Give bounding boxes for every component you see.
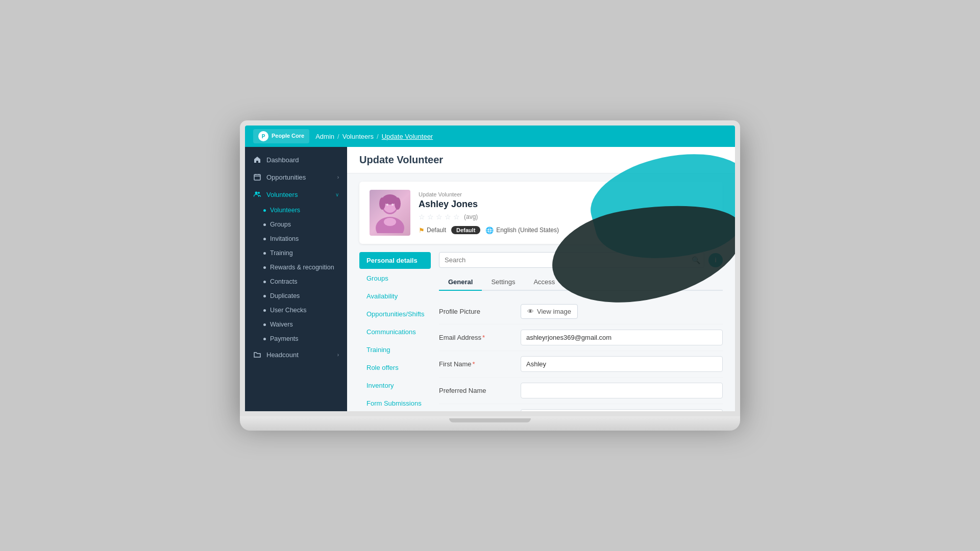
email-value <box>521 330 723 345</box>
sub-payments-label: Payments <box>270 335 299 342</box>
breadcrumb: Admin / Volunteers / Update Volunteer <box>315 133 433 140</box>
sidebar-sub-training[interactable]: Training <box>245 246 347 260</box>
sub-dot <box>263 209 266 212</box>
volunteer-subtitle: Update Volunteer <box>419 191 713 197</box>
flag-label: Default <box>427 227 446 234</box>
tab-access[interactable]: Access <box>524 274 564 291</box>
panel-tab-role-offers[interactable]: Role offers <box>359 359 431 376</box>
volunteers-arrow-icon: ∨ <box>335 192 339 197</box>
breadcrumb-update-volunteer[interactable]: Update Volunteer <box>382 133 433 140</box>
sidebar-item-dashboard[interactable]: Dashboard <box>245 151 347 168</box>
tag-lang: 🌐 English (United States) <box>485 227 559 234</box>
sub-volunteers-label: Volunteers <box>270 207 300 214</box>
headcount-arrow-icon: › <box>337 352 339 358</box>
left-panel: Personal details Groups Availability Opp… <box>359 252 431 411</box>
sub-training-label: Training <box>270 249 293 257</box>
logo-area: P People Core <box>253 129 309 143</box>
content-layout: Personal details Groups Availability Opp… <box>359 252 723 411</box>
volunteer-avatar <box>370 190 410 236</box>
sidebar-sub-payments[interactable]: Payments <box>245 332 347 346</box>
breadcrumb-sep-2: / <box>377 133 379 140</box>
email-required: * <box>482 334 485 341</box>
field-email-address: Email Address* <box>439 324 723 351</box>
tag-badge-dark: Default <box>451 226 480 234</box>
panel-tab-personal-details[interactable]: Personal details <box>359 252 431 269</box>
sidebar-volunteers-label: Volunteers <box>266 191 330 198</box>
field-preferred-name: Preferred Name <box>439 378 723 404</box>
logo-text: People Core <box>272 133 304 139</box>
star-1: ☆ <box>419 213 425 221</box>
sub-groups-label: Groups <box>270 221 291 228</box>
flag-icon: ⚑ <box>419 227 425 234</box>
volunteer-info: Update Volunteer Ashley Jones ☆ ☆ ☆ ☆ ☆ … <box>419 191 713 234</box>
avatar-placeholder <box>370 190 410 236</box>
view-image-label: View image <box>537 308 571 315</box>
sidebar-item-headcount[interactable]: Headcount › <box>245 346 347 363</box>
sidebar-sub-invitations[interactable]: Invitations <box>245 232 347 246</box>
info-icon-label: i <box>715 256 717 264</box>
sub-dot <box>263 238 266 240</box>
sub-user-checks-label: User Checks <box>270 307 307 314</box>
profile-picture-value: 👁 View image <box>521 304 723 319</box>
search-bar: 🔍 i <box>439 252 723 268</box>
info-icon[interactable]: i <box>708 253 723 267</box>
page-header: Update Volunteer <box>347 147 735 173</box>
svg-point-4 <box>255 192 258 194</box>
middle-name-value <box>521 409 723 411</box>
right-panel: 🔍 i General Settings <box>439 252 723 411</box>
sidebar-sub-waivers[interactable]: Waivers <box>245 317 347 332</box>
sub-contracts-label: Contracts <box>270 278 298 285</box>
volunteer-card: Update Volunteer Ashley Jones ☆ ☆ ☆ ☆ ☆ … <box>359 182 723 244</box>
sub-dot <box>263 266 266 269</box>
panel-tab-communications[interactable]: Communications <box>359 323 431 340</box>
panel-tab-groups[interactable]: Groups <box>359 270 431 287</box>
sidebar-item-volunteers[interactable]: Volunteers ∨ <box>245 186 347 203</box>
search-input[interactable] <box>439 252 704 268</box>
svg-point-13 <box>391 204 394 206</box>
first-name-label: First Name* <box>439 360 521 368</box>
field-first-name: First Name* <box>439 351 723 378</box>
sidebar-sub-rewards[interactable]: Rewards & recognition <box>245 260 347 274</box>
sub-dot <box>263 252 266 255</box>
middle-name-input[interactable] <box>521 409 723 411</box>
sub-dot <box>263 323 266 326</box>
search-icon[interactable]: 🔍 <box>692 256 700 264</box>
sidebar-sub-duplicates[interactable]: Duplicates <box>245 289 347 303</box>
sub-invitations-label: Invitations <box>270 235 299 242</box>
preferred-name-value <box>521 383 723 398</box>
panel-tab-inventory[interactable]: Inventory <box>359 377 431 394</box>
sidebar-sub-contracts[interactable]: Contracts <box>245 274 347 289</box>
sidebar-sub-user-checks[interactable]: User Checks <box>245 303 347 317</box>
opportunities-arrow-icon: › <box>337 174 339 180</box>
volunteer-name: Ashley Jones <box>419 199 713 210</box>
laptop-screen: P People Core Admin / Volunteers / Updat… <box>240 120 740 416</box>
panel-tab-form-submissions[interactable]: Form Submissions <box>359 395 431 411</box>
tab-settings[interactable]: Settings <box>482 274 524 291</box>
star-2: ☆ <box>427 213 434 221</box>
field-middle-name: Middle Name <box>439 404 723 411</box>
email-label: Email Address* <box>439 334 521 341</box>
profile-picture-label: Profile Picture <box>439 308 521 315</box>
globe-icon: 🌐 <box>485 227 494 234</box>
page-title: Update Volunteer <box>359 154 723 166</box>
panel-tab-opportunities-shifts[interactable]: Opportunities/Shifts <box>359 306 431 322</box>
star-3: ☆ <box>436 213 443 221</box>
preferred-name-input[interactable] <box>521 383 723 398</box>
sidebar-sub-volunteers-list[interactable]: Volunteers <box>245 203 347 217</box>
svg-rect-0 <box>254 174 260 180</box>
sidebar-item-opportunities[interactable]: Opportunities › <box>245 168 347 186</box>
logo-icon: P <box>258 131 268 141</box>
panel-tab-availability[interactable]: Availability <box>359 288 431 305</box>
tab-general[interactable]: General <box>439 274 482 291</box>
email-input[interactable] <box>521 330 723 345</box>
page-area: Update Volunteer <box>347 147 735 411</box>
sub-dot <box>263 338 266 340</box>
sidebar-sub-groups[interactable]: Groups <box>245 217 347 232</box>
tag-flag: ⚑ Default <box>419 227 446 234</box>
top-nav: P People Core Admin / Volunteers / Updat… <box>245 126 735 147</box>
panel-tab-training[interactable]: Training <box>359 341 431 358</box>
lang-label: English (United States) <box>496 227 559 234</box>
view-image-button[interactable]: 👁 View image <box>521 304 578 319</box>
first-name-input[interactable] <box>521 356 723 372</box>
people-icon <box>253 190 261 198</box>
